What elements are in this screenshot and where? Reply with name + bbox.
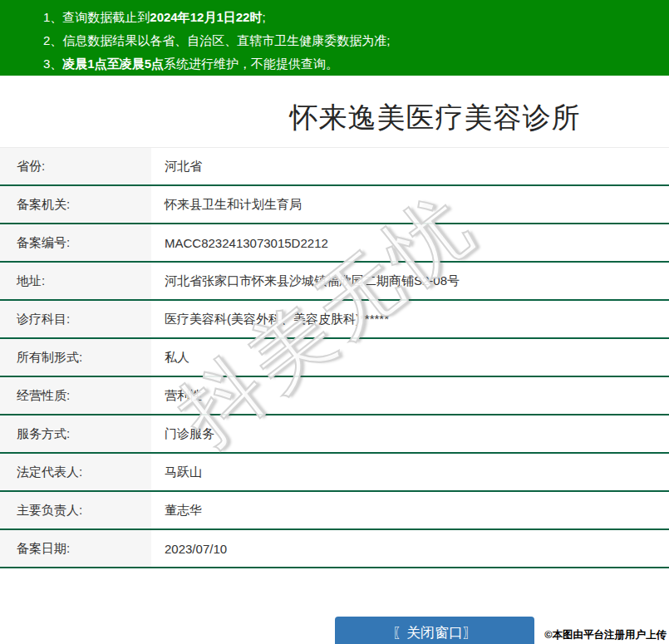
- upload-caption: ©本图由平台注册用户上传: [544, 628, 667, 642]
- close-window-button[interactable]: 〖关闭窗口〗: [335, 617, 534, 644]
- table-row: 所有制形式: 私人: [0, 339, 669, 377]
- page-title: 怀来逸美医疗美容诊所: [101, 98, 669, 136]
- field-label: 服务方式:: [0, 415, 151, 452]
- field-label: 法定代表人:: [0, 454, 151, 490]
- table-row: 主要负责人: 董志华: [0, 492, 669, 530]
- notice-line: 2、信息数据结果以各省、自治区、直辖市卫生健康委数据为准;: [43, 29, 661, 52]
- field-label: 所有制形式:: [0, 339, 151, 376]
- table-row: 服务方式: 门诊服务: [0, 415, 669, 454]
- field-value: 怀来县卫生和计划生育局: [151, 186, 669, 223]
- field-label: 备案机关:: [0, 186, 151, 223]
- field-value: 河北省张家口市怀来县沙城镇福欣园二期商铺S2-08号: [151, 263, 669, 299]
- field-value: 私人: [151, 339, 669, 376]
- notice-line: 1、查询数据截止到2024年12月1日22时;: [43, 6, 661, 29]
- table-row: 地址: 河北省张家口市怀来县沙城镇福欣园二期商铺S2-08号: [0, 263, 669, 301]
- field-value: 门诊服务: [151, 415, 669, 452]
- field-value: 医疗美容科(美容外科、美容皮肤科)******: [151, 301, 669, 337]
- table-row: 备案日期: 2023/07/10: [0, 530, 669, 568]
- field-label: 诊疗科目:: [0, 301, 151, 337]
- field-label: 备案日期:: [0, 530, 151, 567]
- table-row: 备案机关: 怀来县卫生和计划生育局: [0, 186, 669, 224]
- notice-line: 3、凌晨1点至凌晨5点系统进行维护，不能提供查询。: [43, 52, 661, 76]
- table-row: 省份: 河北省: [0, 148, 669, 186]
- table-row: 诊疗科目: 医疗美容科(美容外科、美容皮肤科)******: [0, 301, 669, 339]
- field-label: 地址:: [0, 263, 151, 299]
- table-row: 备案编号: MACC8232413073015D2212: [0, 224, 669, 263]
- field-value: 2023/07/10: [151, 530, 669, 567]
- table-row: 法定代表人: 马跃山: [0, 454, 669, 492]
- field-value: 营利性: [151, 377, 669, 414]
- registration-table: 省份: 河北省 备案机关: 怀来县卫生和计划生育局 备案编号: MACC8232…: [0, 147, 669, 568]
- table-row: 经营性质: 营利性: [0, 377, 669, 415]
- field-label: 经营性质:: [0, 377, 151, 414]
- field-label: 省份:: [0, 148, 151, 184]
- field-value: 马跃山: [151, 454, 669, 490]
- field-label: 主要负责人:: [0, 492, 151, 528]
- field-value: MACC8232413073015D2212: [151, 224, 669, 261]
- field-value: 董志华: [151, 492, 669, 528]
- field-value: 河北省: [151, 148, 669, 184]
- notice-banner: 1、查询数据截止到2024年12月1日22时; 2、信息数据结果以各省、自治区、…: [0, 0, 669, 76]
- field-label: 备案编号:: [0, 224, 151, 261]
